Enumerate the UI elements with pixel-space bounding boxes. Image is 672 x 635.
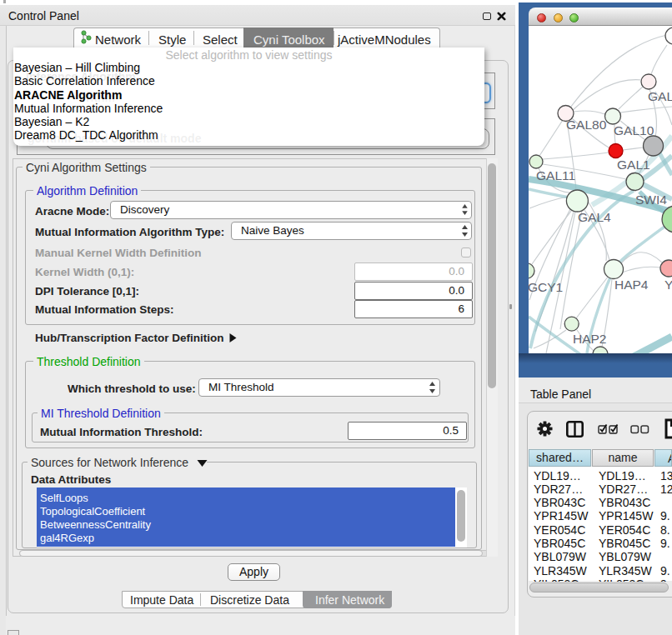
svg-text:SWI4: SWI4 [635, 192, 667, 207]
svg-text:GAL4: GAL4 [578, 210, 611, 224]
svg-text:GCY1: GCY1 [529, 280, 563, 294]
svg-text:HAP4: HAP4 [614, 278, 649, 292]
svg-text:HAP2: HAP2 [573, 332, 607, 346]
svg-text:GAL80: GAL80 [566, 118, 607, 132]
svg-text:GAL10: GAL10 [614, 123, 654, 138]
svg-text:Y: Y [664, 278, 672, 292]
svg-text:GAL11: GAL11 [536, 168, 575, 182]
svg-text:GAL: GAL [648, 89, 672, 103]
svg-text:GAL1: GAL1 [617, 158, 650, 172]
